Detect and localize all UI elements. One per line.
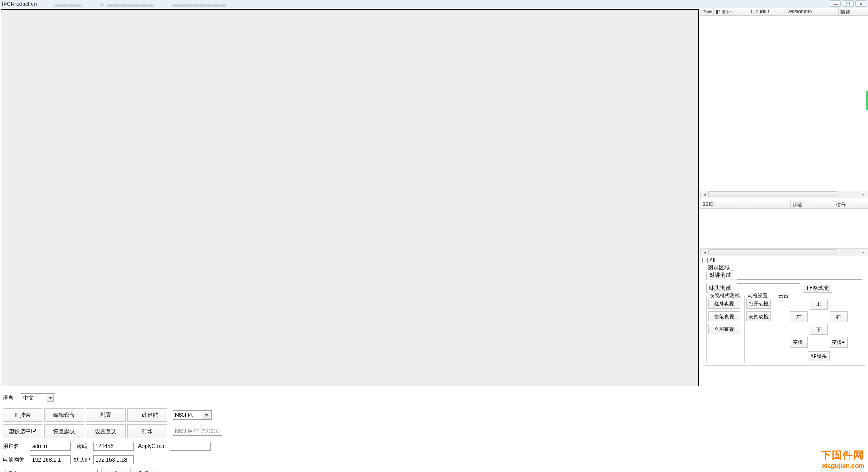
applycloud-input[interactable] [170,442,211,451]
gateway-label: 电脑网关 [3,456,30,464]
mic-test-button[interactable]: 咪头测试 [706,283,734,293]
test-zone-group: 测试区域 对讲测试 咪头测试 TF格式化 夜视模式测试 红外夜视 智能夜视 全彩… [703,267,865,366]
window-controls: — ❐ ✕ [830,0,866,7]
video-preview [1,9,699,386]
gateway-input[interactable] [30,455,71,464]
zoom-plus-button[interactable]: 变倍+ [830,337,848,348]
restore-default-button[interactable]: 恢复默认 [44,424,84,438]
filename-label: 文件名: [3,470,30,472]
mic-test-field[interactable] [737,283,800,292]
username-input[interactable] [30,442,71,451]
wifi-list[interactable]: SSID 认证 信号 ◄ ► [700,201,868,256]
one-key-patrol-button[interactable]: 一建巡航 [127,408,167,422]
close-button[interactable]: ✕ [855,0,866,7]
scroll-left-icon[interactable]: ◄ [701,191,708,198]
default-ip-input[interactable] [93,455,134,464]
device-list-body[interactable] [700,16,868,191]
password-label: 密码 [71,443,93,450]
col-signal[interactable]: 信号 [834,201,868,208]
print-button[interactable]: 打印 [127,424,167,438]
password-input[interactable] [93,442,134,451]
smart-night-button[interactable]: 智能夜视 [708,311,740,321]
username-label: 用户名 [3,443,30,450]
filename-input[interactable] [30,469,98,472]
ptz-down-button[interactable]: 下 [810,324,828,335]
applycloud-label: ApplyCloud [134,443,170,449]
col-ssid[interactable]: SSID [700,201,791,208]
device-list[interactable]: 序号 IP 地址 CloudID VersionInfo 描述 ◄ ► [700,8,868,198]
default-ip-label: 默认IP [71,456,93,464]
scroll-indicator [866,91,868,110]
all-label: All [709,257,715,264]
device-list-hscroll[interactable]: ◄ ► [700,191,868,198]
upgrade-button[interactable]: 升级 [130,468,157,472]
maximize-button[interactable]: ❐ [843,0,854,7]
ptz-right-button[interactable]: 右 [830,311,848,322]
ip-search-button[interactable]: IP搜索 [3,408,42,422]
wifi-list-header: SSID 认证 信号 [700,201,868,209]
device-list-header: 序号 IP 地址 CloudID VersionInfo 描述 [700,8,868,16]
motion-group: 动检设置 打开动检 关闭动检 [744,296,773,363]
ptz-left-button[interactable]: 左 [790,311,808,322]
tf-format-button[interactable]: TF格式化 [803,283,832,293]
title-bar: IPCProduction ▬▬▬▬● ▬▬▬▬▬▬▬▬▬▬▬▬▬▬▬ — ❐ … [0,0,868,8]
color-night-button[interactable]: 全彩夜视 [708,324,740,334]
set-english-button[interactable]: 设置英文 [86,424,126,438]
all-checkbox[interactable] [702,258,708,263]
ptz-up-button[interactable]: 上 [810,299,828,310]
night-vision-group: 夜视模式测试 红外夜视 智能夜视 全彩夜视 [706,296,742,363]
control-panel: 语言 中文 IP搜索 编辑设备 配置 一建巡航 N63HA 重设选中IP 恢复默… [0,387,700,472]
motion-off-button[interactable]: 关闭动检 [746,311,771,321]
language-label: 语言 [3,394,21,402]
col-ip[interactable]: IP 地址 [714,8,749,15]
col-seq[interactable]: 序号 [700,8,714,15]
intercom-test-button[interactable]: 对讲测试 [706,270,734,280]
af-lens-button[interactable]: AF镜头 [808,351,830,361]
motion-on-button[interactable]: 打开动检 [746,299,771,309]
all-checkbox-row: All [700,256,868,265]
scroll-right-icon[interactable]: ► [860,191,868,198]
scroll-right-icon[interactable]: ► [860,249,868,256]
wifi-list-hscroll[interactable]: ◄ ► [700,248,868,256]
edit-device-button[interactable]: 编辑设备 [44,408,84,422]
col-cloudid[interactable]: CloudID [749,8,785,15]
wifi-list-body[interactable] [700,209,868,248]
col-version[interactable]: VersionInfo [785,8,839,15]
scroll-thumb[interactable] [708,191,837,197]
app-title: IPCProduction [2,1,37,7]
browse-button[interactable]: 浏览 [101,468,128,472]
background-taskbar: ▬▬▬▬● ▬▬▬▬▬▬▬▬▬▬▬▬▬▬▬ [55,1,226,8]
minimize-button[interactable]: — [830,0,841,7]
config-button[interactable]: 配置 [86,408,126,422]
ptz-group: 云台 上 左 右 下 变倍- [775,296,862,363]
col-desc[interactable]: 描述 [839,8,868,15]
language-select[interactable]: 中文 [21,393,55,402]
test-zone-legend: 测试区域 [706,265,731,272]
reset-ip-button[interactable]: 重设选中IP [3,424,42,438]
ir-night-button[interactable]: 红外夜视 [708,299,740,309]
col-auth[interactable]: 认证 [791,201,834,208]
scroll-left-icon[interactable]: ◄ [701,249,708,256]
scroll-thumb[interactable] [708,249,837,255]
intercom-test-field[interactable] [737,271,862,280]
zoom-minus-button[interactable]: 变倍- [790,337,808,348]
model-select[interactable]: N63HA [173,410,212,420]
serial-input[interactable] [173,427,222,436]
